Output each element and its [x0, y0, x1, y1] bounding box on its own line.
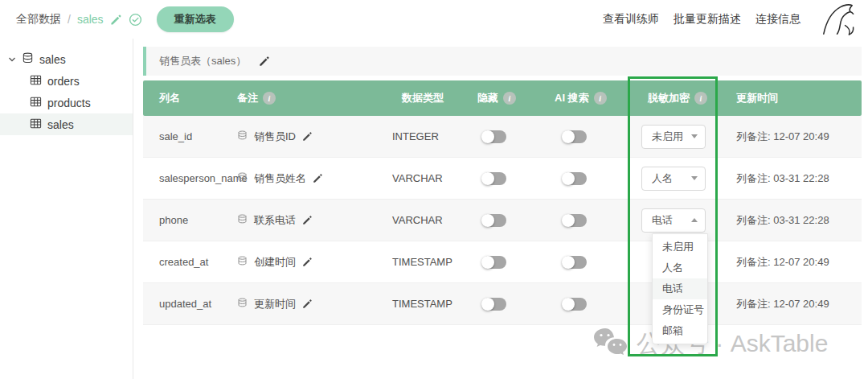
db-comment-icon	[237, 172, 248, 185]
header-masking: 脱敏加密	[648, 91, 690, 105]
ai-search-toggle[interactable]	[563, 214, 587, 227]
masking-select[interactable]: 人名	[641, 167, 706, 191]
table-row: phone 联系电话 VARCHAR 电话 列备注: 03-31 22:28	[143, 200, 862, 241]
table-row: salesperson_name 销售员姓名 VARCHAR 人名 列备注: 0…	[143, 158, 862, 200]
update-time: 列备注: 12-07 20:49	[736, 255, 829, 270]
header-ai-search: AI 搜索	[555, 91, 589, 105]
update-time: 列备注: 03-31 22:28	[736, 213, 829, 228]
table-icon	[30, 117, 42, 132]
breadcrumb-separator: /	[68, 13, 71, 26]
column-name: phone	[159, 214, 188, 226]
sidebar-table-products[interactable]: products	[0, 92, 133, 113]
ai-search-toggle[interactable]	[563, 256, 587, 269]
db-comment-icon	[237, 256, 248, 269]
data-type: VARCHAR	[392, 172, 443, 184]
view-trainer-link[interactable]: 查看训练师	[603, 12, 659, 27]
column-comment: 创建时间	[254, 255, 296, 270]
table-row: updated_at 更新时间 TIMESTAMP 列备注: 12-07 20:…	[143, 283, 862, 325]
masking-dropdown-option[interactable]: 人名	[653, 257, 707, 278]
edit-comment-icon[interactable]	[313, 173, 323, 183]
masking-dropdown-option[interactable]: 未启用	[653, 237, 707, 257]
ai-search-toggle[interactable]	[563, 130, 587, 143]
hide-toggle[interactable]	[482, 172, 506, 185]
info-icon[interactable]: i	[694, 92, 707, 105]
table-row: created_at 创建时间 TIMESTAMP 列备注: 12-07 20:…	[143, 241, 862, 283]
edit-comment-icon[interactable]	[302, 131, 313, 142]
sidebar-table-sales[interactable]: sales	[0, 113, 133, 135]
ai-search-toggle[interactable]	[563, 172, 587, 185]
mysql-dolphin-icon	[820, 2, 857, 37]
table-title-bar: 销售员表（sales）	[143, 47, 862, 76]
check-circle-icon	[129, 13, 142, 27]
masking-dropdown: 未启用人名电话身份证号邮箱	[652, 233, 708, 344]
caret-icon	[691, 134, 698, 138]
database-icon	[22, 52, 34, 67]
toggle-knob	[481, 214, 494, 227]
sidebar-database-sales[interactable]: sales	[0, 48, 133, 70]
masking-select-value: 未启用	[652, 130, 683, 144]
topbar-actions: 查看训练师 批量更新描述 连接信息	[603, 2, 857, 37]
toggle-knob	[562, 172, 575, 185]
breadcrumb-root[interactable]: 全部数据	[16, 12, 61, 27]
ai-search-toggle[interactable]	[563, 298, 587, 311]
info-icon[interactable]: i	[263, 92, 276, 105]
masking-select[interactable]: 电话	[641, 208, 706, 233]
info-icon[interactable]: i	[594, 92, 607, 105]
chevron-down-icon[interactable]	[8, 53, 16, 66]
toggle-knob	[481, 298, 494, 311]
breadcrumb: 全部数据 / sales	[16, 12, 142, 27]
toggle-knob	[481, 256, 494, 269]
table-header: 列名 备注i 数据类型 隐藏i AI 搜索i 脱敏加密i 更新时间	[143, 80, 862, 116]
sidebar-database-label: sales	[39, 53, 66, 66]
schema-sidebar: sales orders products sales	[0, 39, 133, 379]
sidebar-table-label: orders	[47, 75, 80, 88]
edit-comment-icon[interactable]	[302, 299, 313, 309]
edit-table-title-icon[interactable]	[259, 56, 270, 67]
toggle-knob	[562, 298, 575, 311]
update-time: 列备注: 12-07 20:49	[736, 297, 829, 311]
sidebar-table-orders[interactable]: orders	[0, 70, 133, 92]
table-row: sale_id 销售员ID INTEGER 未启用 列备注: 12-07 20:…	[143, 116, 862, 158]
update-time: 列备注: 03-31 22:28	[736, 171, 829, 186]
masking-dropdown-option[interactable]: 身份证号	[653, 299, 707, 320]
table-body: sale_id 销售员ID INTEGER 未启用 列备注: 12-07 20:…	[143, 116, 862, 325]
column-name: updated_at	[159, 298, 211, 310]
batch-update-desc-link[interactable]: 批量更新描述	[674, 12, 741, 27]
edit-comment-icon[interactable]	[302, 257, 313, 267]
hide-toggle[interactable]	[482, 130, 506, 143]
table-icon	[30, 74, 42, 89]
header-update-time: 更新时间	[736, 91, 778, 105]
db-comment-icon	[237, 298, 248, 311]
content-area: 销售员表（sales） 列名 备注i 数据类型 隐藏i AI 搜索i 脱敏加密i…	[133, 39, 868, 379]
toggle-knob	[481, 130, 494, 143]
db-comment-icon	[237, 130, 248, 143]
breadcrumb-current: sales	[77, 13, 104, 26]
hide-toggle[interactable]	[482, 214, 506, 227]
sidebar-table-label: sales	[47, 118, 74, 131]
sidebar-table-label: products	[47, 97, 91, 109]
top-bar: 全部数据 / sales 重新选表 查看训练师 批量更新描述 连接信息	[0, 0, 868, 39]
hide-toggle[interactable]	[482, 298, 506, 311]
db-comment-icon	[237, 214, 248, 227]
masking-dropdown-option[interactable]: 电话	[653, 278, 707, 299]
header-comment: 备注	[237, 91, 258, 105]
masking-dropdown-option[interactable]: 邮箱	[653, 320, 707, 341]
toggle-knob	[562, 256, 575, 269]
column-comment: 更新时间	[254, 297, 296, 311]
masking-select[interactable]: 未启用	[641, 125, 706, 149]
edit-comment-icon[interactable]	[302, 215, 313, 225]
info-icon[interactable]: i	[503, 92, 516, 105]
table-title: 销售员表（sales）	[159, 54, 246, 68]
column-comment: 销售员姓名	[254, 171, 306, 186]
reselect-table-button[interactable]: 重新选表	[157, 6, 234, 32]
column-name: salesperson_name	[159, 172, 248, 184]
header-data-type: 数据类型	[402, 91, 444, 105]
caret-icon	[691, 218, 698, 222]
column-comment: 联系电话	[254, 213, 296, 228]
column-name: sale_id	[159, 130, 192, 142]
edit-breadcrumb-icon[interactable]	[110, 14, 122, 26]
columns-table: 列名 备注i 数据类型 隐藏i AI 搜索i 脱敏加密i 更新时间 sale_i…	[143, 80, 862, 325]
hide-toggle[interactable]	[482, 256, 506, 269]
connection-info-link[interactable]: 连接信息	[755, 12, 800, 27]
main-layout: sales orders products sales 销售员表（sales）	[0, 39, 868, 379]
